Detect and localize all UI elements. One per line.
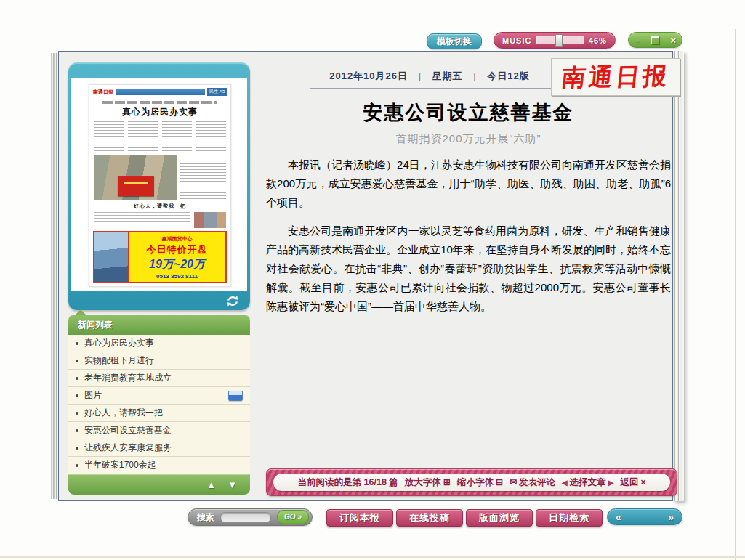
- page-pager: « »: [607, 508, 682, 525]
- thumb-text-column: [180, 155, 226, 200]
- date-bar: 2012年10月26日 | 星期五 | 今日12版: [291, 70, 568, 83]
- page-preview-panel: 南通日报 民生 A3 真心为居民办实事: [68, 62, 250, 310]
- article-body: 安惠公司设立慈善基金 首期捐资200万元开展“六助” 本报讯（记者汤晓峰）24日…: [266, 100, 671, 316]
- news-list-item[interactable]: 好心人，请帮我一把: [68, 405, 250, 422]
- online-contribute-button[interactable]: 在线投稿: [396, 509, 463, 527]
- thumb-ad-price: 19万~20万: [149, 257, 205, 272]
- zoom-out-button[interactable]: 缩小字体 ⊟: [457, 476, 503, 489]
- zoom-in-button[interactable]: 放大字体 ⊞: [405, 476, 451, 489]
- zoom-out-label: 缩小字体: [457, 476, 494, 489]
- music-label: MUSIC: [502, 36, 531, 45]
- prev-article-icon[interactable]: ◀: [562, 479, 568, 487]
- edition-text: 今日12版: [487, 70, 529, 81]
- news-list-header: 新闻列表: [68, 315, 250, 335]
- reading-toolbar-inner: 当前阅读的是第 16/18 篇 放大字体 ⊞ 缩小字体 ⊟ ✉ 发表评论 ◀ 选…: [273, 474, 670, 491]
- news-list-item[interactable]: 半年破案1700余起: [68, 457, 250, 474]
- pager-prev-icon[interactable]: «: [616, 511, 621, 523]
- comment-button[interactable]: ✉ 发表评论: [510, 476, 555, 489]
- music-slider-thumb[interactable]: [555, 34, 563, 47]
- book-left-page-stack: [51, 53, 58, 499]
- news-list-item-current[interactable]: 安惠公司设立慈善基金: [68, 422, 250, 439]
- subscribe-button[interactable]: 订阅本报: [326, 509, 393, 527]
- news-list-item[interactable]: 实物配租下月进行: [68, 352, 250, 370]
- newspaper-page-thumbnail[interactable]: 南通日报 民生 A3 真心为居民办实事: [89, 84, 231, 287]
- zoom-in-label: 放大字体: [405, 476, 441, 489]
- book-frame: 南通日报 民生 A3 真心为居民办实事: [51, 51, 684, 501]
- news-list-item-pictures[interactable]: 图片: [68, 387, 250, 405]
- layout-browse-button[interactable]: 版面浏览: [466, 509, 533, 527]
- news-item-label: 图片: [84, 389, 102, 402]
- template-switch-button[interactable]: 模板切换: [427, 33, 482, 49]
- bullet-icon: [76, 412, 78, 415]
- thumb-text-column: [94, 121, 124, 152]
- thumb-ad-phone: 0513 8592 8111: [156, 273, 198, 280]
- thumb-masthead: 南通日报 民生 A3: [89, 85, 230, 97]
- scroll-up-icon[interactable]: ▲: [206, 479, 216, 490]
- search-label: 搜索: [197, 511, 214, 524]
- close-button[interactable]: ×: [671, 35, 677, 46]
- article-paragraph: 本报讯（记者汤晓峰）24日，江苏安惠生物科技有限公司向南通开发区慈善会捐款200…: [266, 155, 671, 212]
- thumb-text-column: [196, 121, 226, 152]
- bullet-icon: [76, 464, 78, 467]
- article-paragraph: 安惠公司是南通开发区内一家以灵芝等食药用菌为原料，研发、生产和销售健康产品的高新…: [266, 222, 671, 316]
- news-item-label: 半年破案1700余起: [84, 459, 156, 471]
- book-right-page-stack: [673, 51, 684, 501]
- bullet-icon: [76, 360, 78, 362]
- scroll-down-icon[interactable]: ▼: [227, 479, 237, 490]
- date-search-button[interactable]: 日期检索: [536, 509, 603, 527]
- thumb-kicker-line: [102, 101, 217, 104]
- envelope-icon: ✉: [510, 477, 517, 487]
- search-go-button[interactable]: GO »: [277, 510, 309, 524]
- window-controls: – ×: [628, 32, 682, 48]
- minimize-button[interactable]: –: [635, 35, 640, 46]
- back-button[interactable]: 返回 ×: [620, 476, 645, 489]
- search-input[interactable]: [220, 512, 271, 523]
- newspaper-logo: 南通日报: [560, 60, 671, 94]
- news-list-item[interactable]: 老年消费教育基地成立: [68, 370, 250, 387]
- news-list-item[interactable]: 真心为居民办实事: [68, 335, 250, 352]
- thumb-masthead-logo: 南通日报: [93, 89, 113, 96]
- article-subtitle: 首期捐资200万元开展“六助”: [266, 132, 671, 146]
- page-preview-viewport: 南通日报 民生 A3 真心为居民办实事: [71, 78, 247, 291]
- thumb-sub-headline: 好心人，请帮我一把: [94, 203, 226, 210]
- reader-page: 南通日报 民生 A3 真心为居民办实事: [58, 51, 673, 501]
- zoom-out-icon: ⊟: [496, 477, 503, 487]
- thumb-text-columns: [94, 121, 226, 152]
- date-separator: |: [473, 70, 476, 81]
- thumb-donation-box: [118, 176, 154, 196]
- select-article-label[interactable]: 选择文章: [570, 476, 606, 489]
- music-slider-track[interactable]: [536, 36, 584, 44]
- thumb-text-column: [162, 121, 193, 152]
- maximize-icon[interactable]: [651, 36, 659, 44]
- weekday-text: 星期五: [432, 70, 463, 81]
- thumb-ad-building-photo: [94, 232, 129, 282]
- refresh-icon[interactable]: [225, 295, 240, 307]
- reading-toolbar: 当前阅读的是第 16/18 篇 放大字体 ⊞ 缩小字体 ⊟ ✉ 发表评论 ◀ 选…: [266, 468, 677, 496]
- news-list-panel: 新闻列表 真心为居民办实事 实物配租下月进行 老年消费教育基地成立 图片: [68, 315, 250, 495]
- zoom-in-icon: ⊞: [443, 477, 451, 487]
- news-list-item[interactable]: 让残疾人安享康复服务: [68, 439, 250, 457]
- back-label: 返回: [620, 476, 638, 489]
- news-item-label: 安惠公司设立慈善基金: [84, 424, 172, 437]
- news-list-pointer: [75, 309, 86, 315]
- thumb-small-photo: [194, 212, 226, 228]
- thumb-ad-brand: 鑫湖国贸中心: [162, 235, 193, 243]
- pager-next-icon[interactable]: »: [668, 511, 674, 523]
- news-item-label: 真心为居民办实事: [84, 337, 154, 349]
- bullet-icon: [76, 429, 78, 432]
- next-article-icon[interactable]: ▶: [608, 479, 614, 487]
- news-item-label: 让残疾人安享康复服务: [84, 442, 172, 454]
- thumb-middle-row: [94, 155, 226, 200]
- thumb-news-photo: [94, 155, 177, 200]
- window-right-edge: [735, 29, 736, 560]
- article-title: 安惠公司设立慈善基金: [266, 100, 671, 126]
- thumb-ad-content: 鑫湖国贸中心 今日特价开盘 19万~20万 0513 8592 8111: [129, 232, 225, 282]
- music-percent: 46%: [589, 36, 607, 45]
- reading-position-text: 当前阅读的是第 16/18 篇: [298, 476, 398, 489]
- header-divider: [310, 88, 553, 89]
- news-item-label: 实物配租下月进行: [84, 354, 154, 367]
- newspaper-logo-box: 南通日报: [551, 58, 680, 96]
- picture-icon: [228, 391, 243, 401]
- bullet-icon: [76, 342, 78, 345]
- thumb-masthead-bar: [116, 89, 205, 95]
